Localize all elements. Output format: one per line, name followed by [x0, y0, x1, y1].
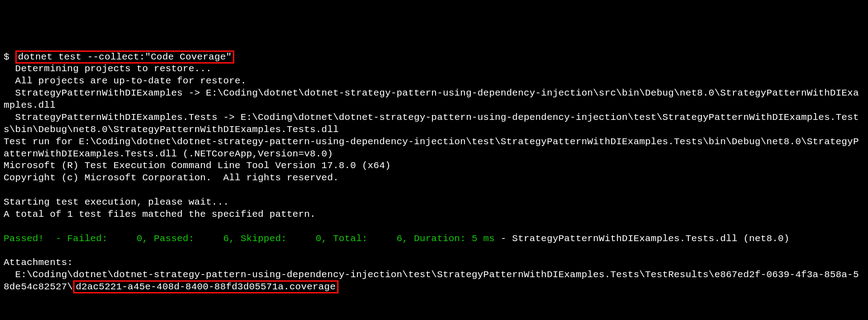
- output-line: All projects are up-to-date for restore.: [4, 75, 864, 87]
- output-line: Copyright (c) Microsoft Corporation. All…: [4, 172, 864, 184]
- test-result-passed: Passed! - Failed: 0, Passed: 6, Skipped:…: [4, 233, 495, 244]
- output-line: Test run for E:\Coding\dotnet\dotnet-str…: [4, 136, 864, 160]
- blank-line: [4, 221, 864, 233]
- output-line: A total of 1 test files matched the spec…: [4, 209, 864, 221]
- coverage-filename: d2ac5221-a45e-408d-8400-88fd3d05571a.cov…: [76, 282, 336, 292]
- test-result-target: - StrategyPatternWithDIExamples.Tests.dl…: [495, 233, 789, 244]
- blank-line: [4, 184, 864, 197]
- output-line: Microsoft (R) Test Execution Command Lin…: [4, 160, 864, 172]
- output-line: StrategyPatternWithDIExamples.Tests -> E…: [4, 112, 864, 136]
- attachment-path-line: E:\Coding\dotnet\dotnet-strategy-pattern…: [4, 269, 864, 293]
- prompt-symbol: $: [4, 52, 9, 62]
- test-result-line: Passed! - Failed: 0, Passed: 6, Skipped:…: [4, 233, 864, 245]
- output-line: Starting test execution, please wait...: [4, 197, 864, 209]
- blank-line: [4, 245, 864, 257]
- coverage-file-highlight: d2ac5221-a45e-408d-8400-88fd3d05571a.cov…: [73, 280, 339, 293]
- command-text: dotnet test --collect:"Code Coverage": [18, 52, 232, 62]
- command-line[interactable]: $ dotnet test --collect:"Code Coverage": [4, 51, 864, 64]
- output-line: Determining projects to restore...: [4, 63, 864, 75]
- attachments-header: Attachments:: [4, 257, 864, 269]
- command-highlight: dotnet test --collect:"Code Coverage": [15, 50, 235, 64]
- output-line: StrategyPatternWithDIExamples -> E:\Codi…: [4, 87, 864, 112]
